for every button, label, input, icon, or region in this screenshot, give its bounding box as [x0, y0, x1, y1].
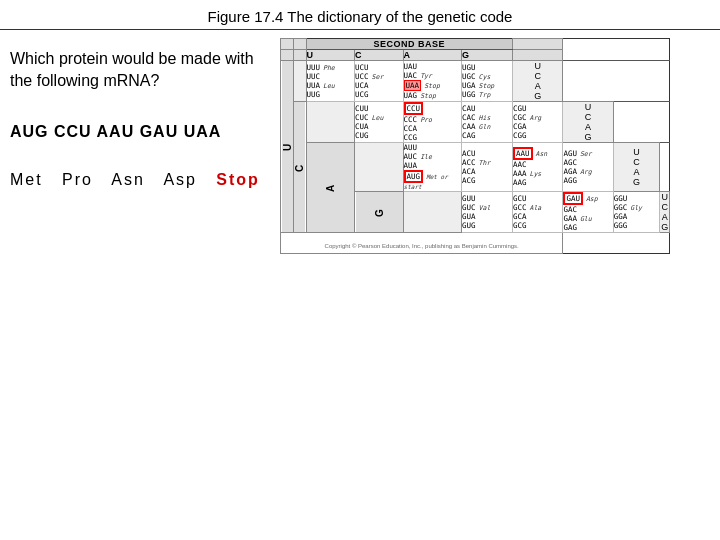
genetic-code-table: Second Base U C A G U	[280, 38, 690, 254]
second-base-header: Second Base	[306, 39, 513, 50]
mrna-sequence: AUG CCU AAU GAU UAA	[10, 123, 270, 141]
copyright-text: Copyright © Pearson Education, Inc., pub…	[325, 243, 519, 249]
table-row: U UUUPhe UUC UUALeu UUG UCU UCCSer UCA	[281, 61, 670, 102]
first-base-u: U	[281, 61, 294, 233]
base-a-header: A	[403, 50, 461, 61]
amino-acid-answer: Met Pro Asn Asp Stop	[10, 171, 270, 189]
table-row: A AUU AUCIle AUA AUGMet orstart ACU ACCT…	[281, 143, 670, 192]
base-c-header: C	[355, 50, 404, 61]
first-base-a: A	[306, 143, 355, 233]
first-base-c: C	[293, 102, 306, 233]
base-u-header: U	[306, 50, 355, 61]
base-g-header: G	[462, 50, 513, 61]
question-text: Which protein would be made with the fol…	[10, 48, 270, 93]
table-row: C CUU CUCLeu CUA CUG CCU CCCPro CCA CC	[281, 102, 670, 143]
first-base-g: G	[355, 192, 404, 233]
page-title: Figure 17.4 The dictionary of the geneti…	[0, 0, 720, 30]
